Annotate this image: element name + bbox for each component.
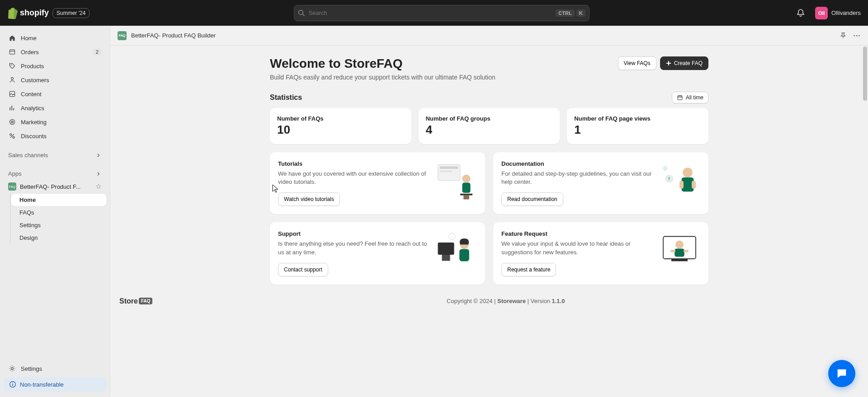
feature-request-card: Feature Request We value your input & wo… xyxy=(493,222,708,284)
svg-point-12 xyxy=(11,368,14,370)
page-header: FAQ BetterFAQ- Product FAQ Builder xyxy=(110,26,868,46)
svg-rect-2 xyxy=(9,50,14,54)
feature-illustration xyxy=(659,230,700,271)
shopify-logo: shopify xyxy=(7,7,49,19)
app-name: BetterFAQ- Product F... xyxy=(20,183,80,190)
brand-group[interactable]: shopify Summer '24 xyxy=(7,7,90,19)
topbar-right: Oll Ollivanders xyxy=(793,6,861,20)
analytics-icon xyxy=(8,104,16,112)
search-input[interactable] xyxy=(309,9,552,16)
nav-analytics[interactable]: Analytics xyxy=(4,101,106,115)
summer-badge[interactable]: Summer '24 xyxy=(52,8,90,18)
pin-icon[interactable] xyxy=(95,183,102,190)
chevron-right-icon xyxy=(95,152,102,159)
svg-line-1 xyxy=(302,14,304,16)
stat-label: Number of FAQ page views xyxy=(574,115,701,122)
search-box[interactable]: CTRL K xyxy=(294,5,590,21)
create-faq-button[interactable]: Create FAQ xyxy=(660,56,708,70)
card-desc: We have got you covered with our extensi… xyxy=(278,170,430,186)
svg-rect-39 xyxy=(459,249,469,262)
card-title: Documentation xyxy=(501,160,653,167)
chat-fab[interactable] xyxy=(828,360,855,387)
scrollbar[interactable] xyxy=(863,47,867,101)
home-icon xyxy=(8,34,16,42)
more-button[interactable] xyxy=(853,32,861,40)
nav-orders[interactable]: Orders2 xyxy=(4,45,106,59)
nav-marketing[interactable]: Marketing xyxy=(4,115,106,129)
time-filter[interactable]: All time xyxy=(672,92,708,103)
svg-point-23 xyxy=(462,175,471,183)
orders-badge: 2 xyxy=(93,49,102,55)
sidebar: Home Orders2 Products Customers Content … xyxy=(0,26,110,397)
app-sub-faqs[interactable]: FAQs xyxy=(11,206,106,219)
content-icon xyxy=(8,90,16,98)
view-faqs-button[interactable]: View FAQs xyxy=(618,56,656,70)
topbar: shopify Summer '24 CTRL K Oll Ollivander… xyxy=(0,0,868,26)
app-item-betterfaq[interactable]: FAQ BetterFAQ- Product F... xyxy=(4,180,106,193)
svg-point-18 xyxy=(859,35,860,36)
discounts-icon xyxy=(8,132,16,140)
svg-point-17 xyxy=(856,35,858,36)
svg-point-10 xyxy=(13,136,14,138)
page-title: BetterFAQ- Product FAQ Builder xyxy=(131,32,216,39)
read-docs-button[interactable]: Read documentation xyxy=(501,192,563,206)
notifications-button[interactable] xyxy=(793,6,808,20)
svg-point-9 xyxy=(10,134,12,135)
app-sub-design[interactable]: Design xyxy=(11,232,106,244)
sales-channels-header[interactable]: Sales channels xyxy=(4,149,106,161)
orders-icon xyxy=(8,48,16,56)
svg-point-4 xyxy=(11,77,14,79)
watch-tutorials-button[interactable]: Watch video tutorials xyxy=(278,192,340,206)
nav-discounts[interactable]: Discounts xyxy=(4,129,106,143)
nav-label: Settings xyxy=(21,365,42,372)
card-desc: Is there anything else you need? Feel fr… xyxy=(278,240,430,256)
section-label-text: Sales channels xyxy=(8,152,48,159)
nav-content[interactable]: Content xyxy=(4,87,106,101)
pin-button[interactable] xyxy=(839,32,847,40)
support-illustration: ... xyxy=(435,230,477,271)
contact-support-button[interactable]: Contact support xyxy=(278,263,328,276)
nav-primary: Home Orders2 Products Customers Content … xyxy=(4,31,106,143)
kbd-hint: CTRL K xyxy=(556,9,585,17)
content-scroll[interactable]: Welcome to StoreFAQ View FAQs Create FAQ… xyxy=(110,46,868,397)
card-title: Support xyxy=(278,230,430,237)
card-title: Tutorials xyxy=(278,160,430,167)
stat-card-groups: Number of FAQ groups 4 xyxy=(419,108,560,144)
tutorials-illustration xyxy=(435,160,477,201)
card-desc: For detailed and step-by-step guidelines… xyxy=(501,170,653,186)
app-sub-settings[interactable]: Settings xyxy=(11,219,106,231)
create-faq-label: Create FAQ xyxy=(674,60,703,66)
user-menu[interactable]: Oll Ollivanders xyxy=(815,7,861,19)
avatar: Oll xyxy=(815,7,828,19)
app-sub-home[interactable]: Home xyxy=(11,194,106,206)
nav-products[interactable]: Products xyxy=(4,59,106,73)
app-header-icon: FAQ xyxy=(118,31,127,40)
nav-label: Orders xyxy=(21,49,39,56)
svg-point-0 xyxy=(298,10,303,14)
non-transferable-text: Non-transferable xyxy=(20,381,64,388)
nav-settings[interactable]: Settings xyxy=(4,362,106,375)
stat-card-faqs: Number of FAQs 10 xyxy=(270,108,411,144)
non-transferable-badge[interactable]: Non-transferable xyxy=(4,377,106,392)
documentation-card: Documentation For detailed and step-by-s… xyxy=(493,152,708,214)
nav-customers[interactable]: Customers xyxy=(4,73,106,87)
nav-label: Discounts xyxy=(21,133,47,140)
nav-label: Home xyxy=(21,35,37,42)
gear-icon xyxy=(8,364,16,373)
apps-header[interactable]: Apps xyxy=(4,168,106,180)
svg-rect-34 xyxy=(438,243,454,255)
section-label-text: Apps xyxy=(8,170,22,177)
stat-value: 4 xyxy=(426,123,553,137)
customers-icon xyxy=(8,76,16,84)
svg-point-3 xyxy=(10,64,11,65)
nav-home[interactable]: Home xyxy=(4,31,106,45)
stat-label: Number of FAQs xyxy=(277,115,404,122)
kbd-ctrl: CTRL xyxy=(556,9,574,17)
stat-card-views: Number of FAQ page views 1 xyxy=(567,108,708,144)
svg-point-27 xyxy=(663,166,668,171)
stat-label: Number of FAQ groups xyxy=(426,115,553,122)
products-icon xyxy=(8,62,16,70)
request-feature-button[interactable]: Request a feature xyxy=(501,263,556,276)
svg-rect-19 xyxy=(678,96,682,100)
stat-value: 10 xyxy=(277,123,404,137)
